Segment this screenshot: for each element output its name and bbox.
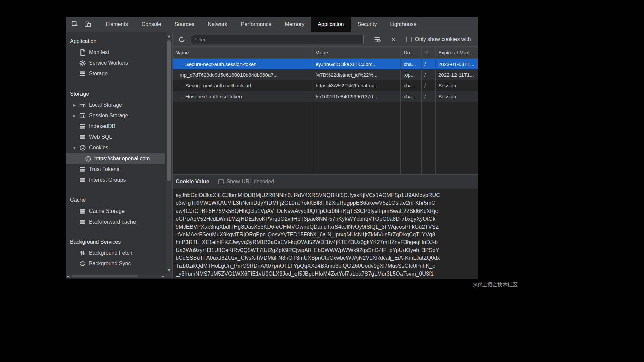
cookie-name-cell[interactable]: mp_d7d7628de9d5e6160010b84db960a7...	[173, 69, 313, 80]
sidebar-item-web-sql[interactable]: Web SQL	[66, 132, 165, 142]
tab-network[interactable]: Network	[201, 17, 234, 32]
cookie-row[interactable]: __Host-next-auth.csrf-token5b160101e8402…	[173, 91, 478, 102]
sidebar-item-background-fetch[interactable]: Background Fetch	[66, 248, 165, 258]
collapse-arrow-icon[interactable]: ▼	[72, 146, 79, 150]
device-toolbar-icon[interactable]	[84, 21, 91, 28]
sidebar-section-header-storage: Storage	[66, 88, 165, 100]
sidebar-item-https-chat-openai-com[interactable]: https://chat.openai.com	[66, 153, 165, 164]
sidebar-item-service-workers[interactable]: Service Workers	[66, 58, 165, 68]
cookie-domain-cell[interactable]: cha...	[401, 59, 422, 69]
sidebar-vertical-scrollbar[interactable]: ▲ ▼	[165, 32, 172, 274]
cookie-value-line: Tizb0zikQdMTHoLgCn_PmO9RDnAA07pnOTLTYpQq…	[176, 262, 478, 270]
inspect-icon[interactable]	[71, 21, 78, 28]
tab-security[interactable]: Security	[351, 17, 383, 32]
clear-x-icon[interactable]: ×	[388, 34, 398, 44]
cookie-name-cell[interactable]: __Secure-next-auth.callback-url	[173, 80, 313, 91]
cookie-path-cell[interactable]: /	[422, 80, 436, 91]
col-header-expires[interactable]: Expires / Max-...	[436, 47, 478, 58]
col-header-name[interactable]: Name	[173, 47, 313, 58]
tab-performance[interactable]: Performance	[234, 17, 278, 32]
database-icon	[79, 177, 86, 183]
cookie-value-cell[interactable]: https%3A%2F%2Fchat.op...	[313, 80, 401, 91]
sidebar-section: Storage▶Local Storage▶Session StorageInd…	[66, 88, 165, 185]
cookie-value-panel: Cookie Value Show URL decoded eyJhbGciOi…	[173, 174, 478, 278]
sidebar-item-session-storage[interactable]: ▶Session Storage	[66, 110, 165, 121]
sidebar-item-indexeddb[interactable]: IndexedDB	[66, 121, 165, 132]
col-header-path[interactable]: P.	[422, 47, 436, 58]
vertical-scroll-thumb[interactable]	[167, 40, 171, 181]
sidebar-item-trust-tokens[interactable]: Trust Tokens	[66, 164, 165, 175]
tab-console[interactable]: Console	[135, 17, 168, 32]
cookie-name-cell[interactable]: __Host-next-auth.csrf-token	[173, 91, 313, 102]
cookie-value-text[interactable]: eyJhbGciOiJkaXIiLCJlbmMiOiJBMjU2R0NNIn0.…	[173, 189, 478, 278]
scroll-left-arrow-icon[interactable]: ◀	[67, 274, 69, 278]
cookie-domain-cell[interactable]: cha...	[401, 91, 422, 102]
scrollbar-corner	[165, 274, 172, 278]
cookie-value-cell[interactable]: 5b160101e8402f396137d...	[313, 91, 401, 102]
cookie-table-header: Name Value Do... P. Expires / Max-...	[173, 47, 478, 59]
fetch-arrows-icon	[79, 250, 86, 256]
sidebar-section: ApplicationManifestService WorkersStorag…	[66, 36, 165, 79]
filter-deny-icon[interactable]	[372, 34, 382, 44]
cookie-name-cell[interactable]: __Secure-next-auth.session-token	[173, 59, 313, 69]
tab-application[interactable]: Application	[311, 17, 351, 32]
cookie-row[interactable]: mp_d7d7628de9d5e6160010b84db960a7...%7B%…	[173, 69, 478, 80]
sidebar-item-cookies[interactable]: ▼Cookies	[66, 142, 165, 153]
scroll-up-arrow-icon[interactable]: ▲	[166, 34, 172, 38]
devtools-body: ApplicationManifestService WorkersStorag…	[66, 32, 478, 278]
cookie-domain-cell[interactable]: cha...	[401, 80, 422, 91]
horizontal-scroll-thumb[interactable]	[72, 275, 138, 277]
tab-elements[interactable]: Elements	[99, 17, 135, 32]
cookie-expires-cell[interactable]: 2023-01-03T1...	[436, 59, 478, 69]
sidebar-item-interest-groups[interactable]: Interest Groups	[66, 175, 165, 185]
refresh-icon[interactable]	[177, 34, 187, 44]
col-header-value[interactable]: Value	[313, 47, 401, 58]
scroll-down-arrow-icon[interactable]: ▼	[166, 268, 172, 272]
grid-icon	[79, 102, 86, 108]
cookie-domain-cell[interactable]: .op...	[401, 69, 422, 80]
tab-lighthouse[interactable]: Lighthouse	[383, 17, 423, 32]
cookie-path-cell[interactable]: /	[422, 59, 436, 69]
tab-memory[interactable]: Memory	[278, 17, 311, 32]
expand-arrow-icon[interactable]: ▶	[72, 103, 79, 107]
cookie-value-line: o3w-gTRfVW1WKAUVfL3hNcmDdyYtDMFj2GL0nJ7o…	[176, 199, 478, 207]
sidebar-item-manifest[interactable]: Manifest	[66, 47, 165, 58]
only-show-cookies-checkbox[interactable]	[406, 37, 412, 42]
col-header-domain[interactable]: Do...	[401, 47, 422, 58]
show-url-decoded-checkbox[interactable]	[218, 179, 224, 184]
cookie-value-cell[interactable]: eyJhbGciOiJkaXIiLCJlbm...	[313, 59, 401, 69]
scroll-right-arrow-icon[interactable]: ▶	[162, 274, 164, 278]
expand-arrow-icon[interactable]: ▶	[72, 114, 79, 118]
sidebar-item-back-forward-cache[interactable]: Back/forward cache	[66, 217, 165, 227]
cookie-row[interactable]: __Secure-next-auth.callback-urlhttps%3A%…	[173, 80, 478, 91]
cookie-row[interactable]: __Secure-next-auth.session-tokeneyJhbGci…	[173, 59, 478, 69]
show-url-decoded-label: Show URL decoded	[227, 179, 274, 185]
cookie-expires-cell[interactable]: 2022-12-11T1...	[436, 69, 478, 80]
cookie-icon	[85, 155, 91, 162]
tab-sources[interactable]: Sources	[168, 17, 201, 32]
sidebar-item-label: Background Sync	[89, 261, 131, 267]
sidebar-item-storage[interactable]: Storage	[66, 68, 165, 79]
empty-domain-column	[401, 102, 422, 174]
database-icon	[79, 70, 86, 77]
devtools-tabbar: ElementsConsoleSourcesNetworkPerformance…	[66, 17, 478, 32]
cookies-toolbar: × Only show cookies with	[173, 32, 478, 47]
sync-icon	[79, 260, 86, 267]
sidebar-item-local-storage[interactable]: ▶Local Storage	[66, 100, 165, 110]
sidebar-item-label: Service Workers	[89, 60, 128, 66]
empty-value-column	[313, 102, 401, 174]
cookie-path-cell[interactable]: /	[422, 69, 436, 80]
cookie-value-line: YLjEFhIwsT5txq0eCMtpLvqKND4QYGFRjabNhQTl…	[176, 278, 478, 278]
cookie-expires-cell[interactable]: Session	[436, 80, 478, 91]
sidebar-item-background-sync[interactable]: Background Sync	[66, 258, 165, 269]
filter-input[interactable]	[191, 35, 364, 44]
cookie-value-cell[interactable]: %7B%22distinct_id%22%...	[313, 69, 401, 80]
cookie-value-line: Ua3Wu9zyrH31U8CeKtRv0Q5WT7tUt2gZpK9PCjwp…	[176, 246, 478, 254]
cookie-expires-cell[interactable]: Session	[436, 91, 478, 102]
sidebar-item-label: IndexedDB	[89, 123, 115, 129]
sidebar-item-cache-storage[interactable]: Cache Storage	[66, 206, 165, 217]
cookie-path-cell[interactable]: /	[422, 91, 436, 102]
cookie-value-line: aw4CJrCTBF5H75Vk5BQHhQclu1VpAV_DcNswAvyq…	[176, 207, 478, 215]
sidebar-horizontal-scrollbar[interactable]: ◀ ▶	[66, 274, 165, 278]
application-sidebar: ApplicationManifestService WorkersStorag…	[66, 32, 172, 278]
